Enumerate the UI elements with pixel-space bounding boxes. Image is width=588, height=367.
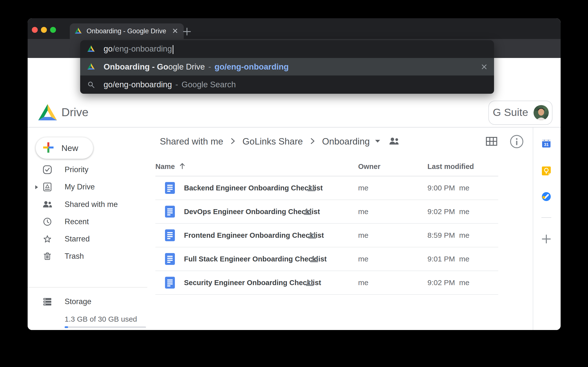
drive-page: Drive G Suite New xyxy=(28,58,561,330)
breadcrumb-onboarding[interactable]: Onboarding xyxy=(322,136,370,147)
file-modified: 8:59 PM me xyxy=(427,224,469,247)
gsuite-label: G Suite xyxy=(493,106,528,118)
breadcrumb-chevron-icon xyxy=(310,137,315,146)
sidebar-item-my-drive[interactable]: My Drive xyxy=(28,178,151,196)
suggestion-text: Onboarding - Google Drive-go/eng-onboard… xyxy=(104,62,289,72)
google-docs-icon xyxy=(165,229,175,242)
suggestion-text: go/eng-onboarding-Google Search xyxy=(104,80,236,89)
add-panel-icon[interactable] xyxy=(541,234,551,244)
sidebar-item-shared-with-me[interactable]: Shared with me xyxy=(28,196,151,213)
google-docs-icon xyxy=(165,182,175,195)
sidebar-divider xyxy=(28,287,147,288)
sidebar-item-label: Trash xyxy=(65,248,84,265)
file-row[interactable]: Backend Engineer Onboarding Checklist me… xyxy=(155,176,498,200)
file-owner: me xyxy=(358,176,368,200)
breadcrumb-golinks-share[interactable]: GoLinks Share xyxy=(242,136,303,147)
new-plus-icon xyxy=(43,142,54,154)
suggestion-row-search[interactable]: go/eng-onboarding-Google Search xyxy=(80,75,494,94)
folder-menu-caret-icon[interactable] xyxy=(375,139,381,144)
sidebar-item-label: Starred xyxy=(65,230,90,248)
browser-tab[interactable]: Onboarding - Google Drive xyxy=(70,23,184,39)
calendar-icon[interactable]: 31 xyxy=(541,138,551,148)
storage-progress-fill xyxy=(65,326,68,328)
recent-clock-icon xyxy=(42,217,52,227)
file-name: DevOps Engineer Onboarding Checklist xyxy=(184,200,320,223)
file-row[interactable]: Full Stack Engineer Onboarding Checklist… xyxy=(155,247,498,271)
search-icon xyxy=(87,81,95,88)
google-docs-icon xyxy=(165,277,175,290)
priority-icon xyxy=(42,165,52,175)
file-modified: 9:02 PM me xyxy=(427,200,469,223)
storage-usage-text: 1.3 GB of 30 GB used xyxy=(65,315,137,323)
file-modified: 9:01 PM me xyxy=(427,247,469,271)
file-owner: me xyxy=(358,224,368,247)
file-shared-icon xyxy=(308,232,317,240)
grid-view-icon[interactable] xyxy=(486,137,497,147)
column-header-owner[interactable]: Owner xyxy=(358,163,380,171)
file-modified: 9:02 PM me xyxy=(427,271,469,294)
file-row[interactable]: DevOps Engineer Onboarding Checklist me … xyxy=(155,200,498,224)
file-name: Frontend Engineer Onboarding Checklist xyxy=(184,224,324,247)
starred-star-icon xyxy=(42,234,52,244)
column-header-last-modified[interactable]: Last modified xyxy=(427,163,474,171)
suggestion-row-drive[interactable]: Onboarding - Google Drive-go/eng-onboard… xyxy=(80,58,494,75)
sort-ascending-icon[interactable] xyxy=(179,162,186,171)
omnibox-url-text[interactable]: go/eng-onboarding xyxy=(104,44,173,54)
google-docs-icon xyxy=(165,206,175,219)
file-row[interactable]: Security Engineer Onboarding Checklist m… xyxy=(155,271,498,295)
folder-shared-icon xyxy=(389,137,400,146)
omnibox[interactable]: go/eng-onboarding xyxy=(80,40,494,58)
file-row[interactable]: Frontend Engineer Onboarding Checklist m… xyxy=(155,224,498,247)
text-cursor xyxy=(173,45,173,54)
remove-suggestion-icon[interactable] xyxy=(480,62,489,71)
sidebar-item-trash[interactable]: Trash xyxy=(28,248,151,265)
drive-app-name: Drive xyxy=(61,105,89,119)
account-avatar[interactable] xyxy=(533,105,549,120)
close-button[interactable] xyxy=(32,27,38,33)
new-button-label: New xyxy=(61,143,78,153)
breadcrumb: Shared with me GoLinks Share Onboarding xyxy=(160,135,400,148)
storage-progress-bar xyxy=(65,326,146,328)
file-owner: me xyxy=(358,200,368,223)
storage-label: Storage xyxy=(65,293,92,310)
maximize-button[interactable] xyxy=(50,27,56,33)
sidebar-item-storage[interactable]: Storage xyxy=(28,293,151,310)
breadcrumb-shared-with-me[interactable]: Shared with me xyxy=(160,136,223,147)
sidebar-item-starred[interactable]: Starred xyxy=(28,230,151,248)
tasks-icon[interactable] xyxy=(541,192,551,202)
side-panel-mini-divider xyxy=(541,217,551,218)
minimize-button[interactable] xyxy=(41,27,47,33)
shared-with-me-icon xyxy=(42,200,52,209)
file-shared-icon xyxy=(310,256,319,264)
storage-icon xyxy=(42,297,52,307)
sidebar-item-priority[interactable]: Priority xyxy=(28,161,151,178)
file-shared-icon xyxy=(303,209,313,216)
new-button[interactable]: New xyxy=(36,137,93,159)
file-owner: me xyxy=(358,247,368,271)
tab-strip: Onboarding - Google Drive xyxy=(28,18,561,39)
sidebar-item-label: Shared with me xyxy=(65,196,118,213)
sidebar-item-label: Recent xyxy=(65,213,89,230)
file-owner: me xyxy=(358,271,368,294)
file-modified: 9:00 PM me xyxy=(427,176,469,200)
sidebar-item-label: Priority xyxy=(65,161,88,178)
drive-logo-icon[interactable] xyxy=(38,104,57,122)
file-shared-icon xyxy=(307,185,316,193)
svg-text:31: 31 xyxy=(544,142,549,147)
browser-window: Onboarding - Google Drive xyxy=(28,18,561,330)
tab-title: Onboarding - Google Drive xyxy=(87,27,171,35)
drive-favicon-icon xyxy=(87,63,95,71)
sidebar-item-recent[interactable]: Recent xyxy=(28,213,151,230)
file-name: Backend Engineer Onboarding Checklist xyxy=(184,176,323,200)
new-tab-button[interactable] xyxy=(183,27,191,36)
trash-icon xyxy=(42,251,52,261)
info-icon[interactable] xyxy=(510,134,524,150)
tab-close-icon[interactable] xyxy=(171,27,179,36)
column-header-name[interactable]: Name xyxy=(155,163,175,171)
keep-icon[interactable] xyxy=(541,166,551,176)
file-shared-icon xyxy=(305,280,315,287)
header-divider xyxy=(28,127,561,128)
omnibox-dropdown: go/eng-onboarding Onboarding - Google Dr… xyxy=(80,40,494,94)
drive-favicon-icon xyxy=(75,28,82,35)
drive-favicon-icon xyxy=(87,45,95,53)
